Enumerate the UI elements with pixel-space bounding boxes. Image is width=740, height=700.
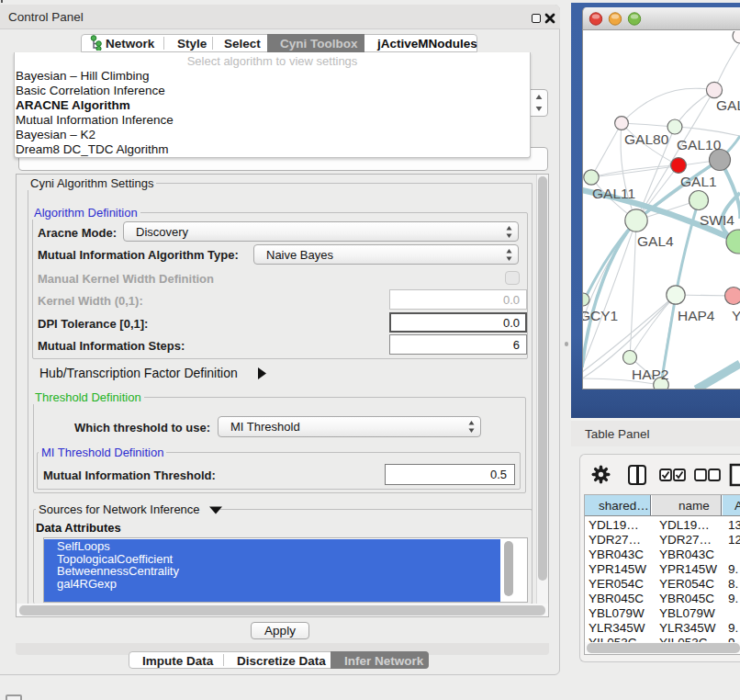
- svg-text:GAL10: GAL10: [677, 137, 722, 152]
- svg-text:GAL4: GAL4: [637, 233, 674, 249]
- svg-text:GCY1: GCY1: [583, 308, 618, 323]
- svg-text:HAP2: HAP2: [632, 367, 669, 382]
- svg-text:HAP4: HAP4: [678, 308, 715, 323]
- svg-text:GAL: GAL: [716, 97, 740, 113]
- svg-text:SWI4: SWI4: [700, 212, 734, 228]
- svg-text:GAL11: GAL11: [592, 186, 635, 201]
- svg-text:GAL1: GAL1: [680, 174, 717, 189]
- svg-text:Y: Y: [732, 308, 740, 323]
- svg-text:GAL80: GAL80: [624, 131, 669, 147]
